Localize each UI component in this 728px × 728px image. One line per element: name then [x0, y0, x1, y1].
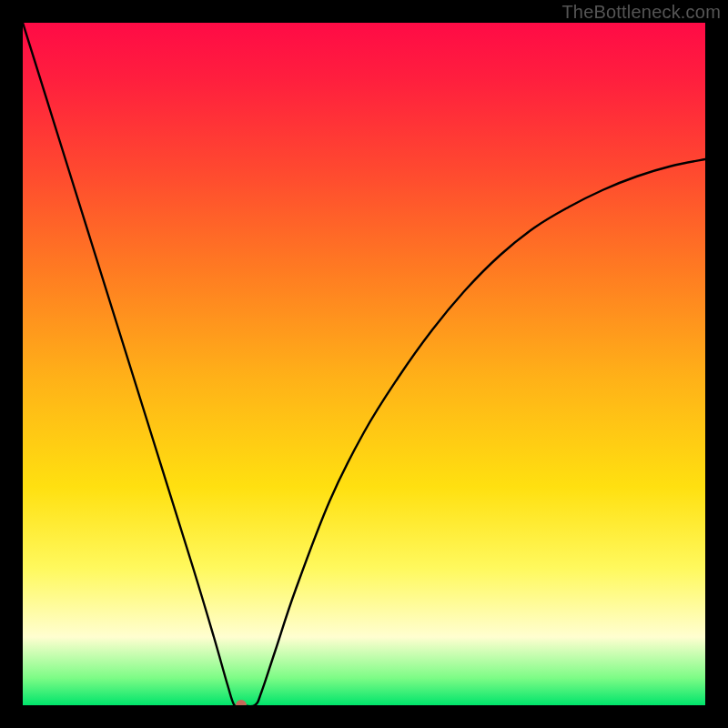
watermark-text: TheBottleneck.com: [561, 2, 721, 23]
curve-svg: [23, 23, 705, 705]
plot-area: [23, 23, 705, 705]
chart-frame: TheBottleneck.com: [0, 0, 728, 728]
optimum-marker: [236, 700, 247, 705]
bottleneck-curve: [23, 23, 705, 705]
